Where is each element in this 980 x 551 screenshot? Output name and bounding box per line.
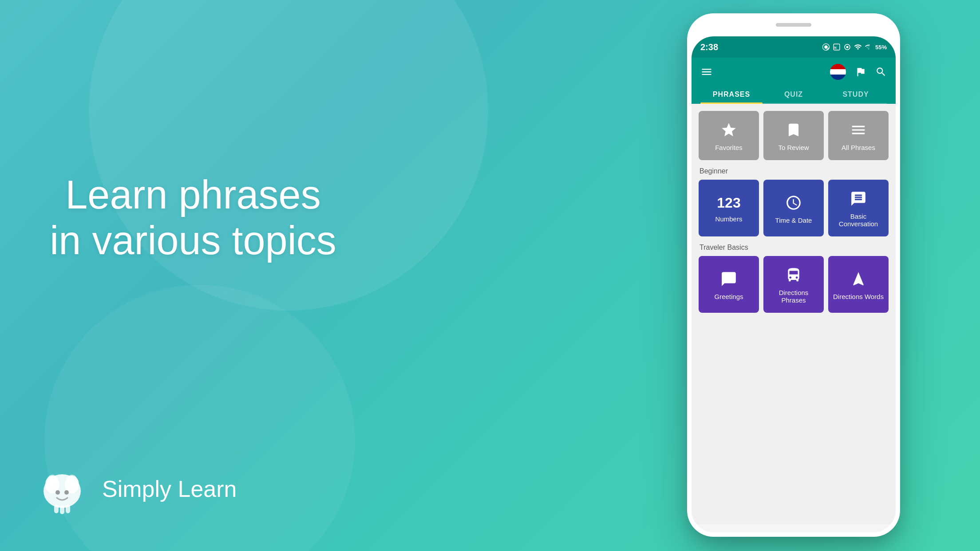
nav-tabs: PHRASES QUIZ STUDY — [700, 86, 887, 104]
svg-rect-8 — [60, 505, 64, 514]
elephant-logo — [36, 462, 89, 516]
directions-phrases-label: Directions Phrases — [768, 289, 819, 304]
svg-rect-9 — [66, 504, 70, 513]
traveler-cards-grid: Greetings Directions Phrases — [699, 256, 889, 313]
directions-words-icon — [850, 271, 867, 287]
to-review-icon — [785, 122, 802, 138]
beginner-cards-grid: 123 Numbers Time & Date — [699, 180, 889, 236]
card-directions-phrases[interactable]: Directions Phrases — [763, 256, 824, 313]
hero-line2: in various topics — [50, 218, 336, 263]
app-header: PHRASES QUIZ STUDY — [692, 58, 896, 104]
svg-point-3 — [47, 475, 58, 487]
goal-icon[interactable] — [855, 66, 866, 78]
header-right — [830, 64, 887, 80]
header-top — [700, 64, 887, 80]
language-flag[interactable] — [830, 64, 846, 80]
section-traveler-label: Traveler Basics — [699, 244, 889, 252]
status-bar: 2:38 N 55% — [692, 36, 896, 58]
phone-speaker — [776, 23, 811, 27]
card-to-review[interactable]: To Review — [763, 111, 824, 160]
tab-phrases[interactable]: PHRASES — [700, 86, 763, 103]
status-time: 2:38 — [700, 42, 718, 52]
svg-text:N: N — [834, 46, 837, 49]
card-time-date[interactable]: Time & Date — [763, 180, 824, 236]
search-icon[interactable] — [875, 66, 887, 78]
tab-quiz[interactable]: QUIZ — [763, 86, 825, 103]
all-phrases-icon — [850, 122, 867, 138]
card-favorites[interactable]: Favorites — [699, 111, 759, 160]
hamburger-menu[interactable] — [700, 66, 713, 78]
section-beginner: Beginner 123 Numbers — [699, 167, 889, 236]
time-date-icon — [785, 194, 802, 211]
top-cards-grid: Favorites To Review — [699, 111, 889, 160]
status-icons: N 55% — [822, 43, 887, 51]
section-traveler: Traveler Basics Greetings — [699, 244, 889, 313]
svg-point-6 — [64, 490, 69, 495]
card-all-phrases[interactable]: All Phrases — [828, 111, 889, 160]
directions-words-label: Directions Words — [833, 293, 884, 300]
card-numbers[interactable]: 123 Numbers — [699, 180, 759, 236]
svg-point-5 — [55, 490, 60, 495]
basic-conversation-icon — [850, 190, 867, 207]
card-greetings[interactable]: Greetings — [699, 256, 759, 313]
basic-conversation-label: Basic Conversation — [833, 213, 884, 228]
svg-point-4 — [67, 475, 77, 487]
hero-line1: Learn phrases — [65, 173, 320, 217]
phone: 2:38 N 55% — [687, 13, 900, 537]
favorites-icon — [720, 122, 737, 138]
section-beginner-label: Beginner — [699, 167, 889, 175]
phone-container: 2:38 N 55% — [687, 13, 900, 537]
greetings-icon — [720, 271, 737, 287]
favorites-label: Favorites — [715, 144, 743, 151]
to-review-label: To Review — [778, 144, 809, 151]
card-basic-conversation[interactable]: Basic Conversation — [828, 180, 889, 236]
directions-phrases-icon — [785, 267, 802, 283]
brand: Simply Learn — [36, 462, 237, 516]
tab-study[interactable]: STUDY — [825, 86, 887, 103]
card-directions-words[interactable]: Directions Words — [828, 256, 889, 313]
phrases-content: Favorites To Review — [692, 104, 896, 524]
time-date-label: Time & Date — [775, 216, 812, 224]
hero-text: Learn phrases in various topics — [44, 172, 342, 264]
svg-point-10 — [824, 45, 828, 49]
svg-rect-7 — [54, 504, 59, 513]
numbers-label: Numbers — [715, 215, 743, 223]
greetings-label: Greetings — [714, 293, 743, 300]
brand-name: Simply Learn — [102, 476, 237, 502]
battery-indicator: 55% — [875, 44, 887, 51]
all-phrases-label: All Phrases — [842, 144, 875, 151]
phone-screen: 2:38 N 55% — [692, 36, 896, 532]
numbers-icon: 123 — [717, 196, 740, 210]
